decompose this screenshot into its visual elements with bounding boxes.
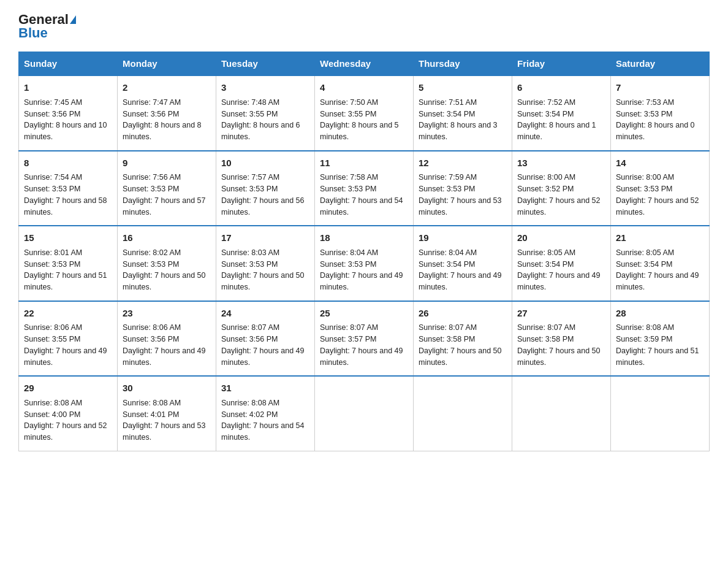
- header-wednesday: Wednesday: [315, 52, 414, 76]
- week-row-4: 22Sunrise: 8:06 AMSunset: 3:55 PMDayligh…: [19, 301, 710, 377]
- daylight-info: Daylight: 7 hours and 52 minutes.: [517, 196, 601, 216]
- daylight-info: Daylight: 7 hours and 52 minutes.: [24, 421, 107, 442]
- day-number: 31: [221, 381, 309, 396]
- calendar-table: SundayMondayTuesdayWednesdayThursdayFrid…: [18, 52, 710, 451]
- logo-text-blue: Blue: [18, 26, 48, 40]
- calendar-cell: [315, 376, 414, 451]
- page-header: General Blue: [18, 12, 710, 40]
- sunrise-info: Sunrise: 7:51 AM: [419, 98, 477, 107]
- day-number: 15: [24, 231, 112, 245]
- day-number: 22: [24, 307, 112, 321]
- day-number: 29: [24, 381, 112, 396]
- daylight-info: Daylight: 8 hours and 5 minutes.: [320, 121, 399, 141]
- daylight-info: Daylight: 7 hours and 49 minutes.: [221, 347, 305, 367]
- daylight-info: Daylight: 7 hours and 49 minutes.: [419, 271, 502, 291]
- calendar-cell: 5Sunrise: 7:51 AMSunset: 3:54 PMDaylight…: [414, 75, 512, 151]
- sunrise-info: Sunrise: 8:06 AM: [24, 323, 82, 332]
- sunset-info: Sunset: 3:56 PM: [123, 335, 179, 343]
- calendar-cell: 21Sunrise: 8:05 AMSunset: 3:54 PMDayligh…: [611, 226, 710, 301]
- calendar-cell: 31Sunrise: 8:08 AMSunset: 4:02 PMDayligh…: [216, 376, 315, 451]
- sunset-info: Sunset: 3:56 PM: [24, 110, 80, 118]
- header-friday: Friday: [512, 52, 611, 76]
- sunset-info: Sunset: 3:53 PM: [221, 185, 278, 193]
- day-number: 3: [221, 81, 309, 95]
- daylight-info: Daylight: 7 hours and 53 minutes.: [419, 196, 502, 216]
- sunrise-info: Sunrise: 8:07 AM: [419, 323, 477, 332]
- sunset-info: Sunset: 3:53 PM: [419, 185, 475, 193]
- daylight-info: Daylight: 8 hours and 1 minute.: [517, 121, 596, 141]
- day-number: 26: [419, 307, 507, 321]
- day-number: 9: [123, 156, 211, 170]
- day-number: 27: [517, 307, 605, 321]
- daylight-info: Daylight: 7 hours and 49 minutes.: [517, 271, 601, 291]
- sunset-info: Sunset: 3:55 PM: [24, 335, 80, 343]
- calendar-cell: [512, 376, 611, 451]
- sunset-info: Sunset: 3:53 PM: [616, 185, 672, 193]
- daylight-info: Daylight: 7 hours and 50 minutes.: [123, 271, 206, 291]
- sunrise-info: Sunrise: 7:52 AM: [517, 98, 575, 107]
- calendar-cell: 15Sunrise: 8:01 AMSunset: 3:53 PMDayligh…: [19, 226, 118, 301]
- sunset-info: Sunset: 3:58 PM: [419, 335, 475, 343]
- sunset-info: Sunset: 3:53 PM: [221, 260, 278, 269]
- header-saturday: Saturday: [611, 52, 710, 76]
- sunset-info: Sunset: 3:53 PM: [616, 110, 672, 118]
- calendar-cell: 19Sunrise: 8:04 AMSunset: 3:54 PMDayligh…: [414, 226, 512, 301]
- daylight-info: Daylight: 7 hours and 56 minutes.: [221, 196, 305, 216]
- logo: General Blue: [18, 12, 76, 40]
- daylight-info: Daylight: 7 hours and 58 minutes.: [24, 196, 107, 216]
- calendar-cell: 18Sunrise: 8:04 AMSunset: 3:53 PMDayligh…: [315, 226, 414, 301]
- week-row-1: 1Sunrise: 7:45 AMSunset: 3:56 PMDaylight…: [19, 75, 710, 151]
- day-number: 8: [24, 156, 112, 170]
- daylight-info: Daylight: 8 hours and 0 minutes.: [616, 121, 695, 141]
- day-number: 5: [419, 81, 507, 95]
- day-number: 2: [123, 81, 211, 95]
- calendar-cell: 24Sunrise: 8:07 AMSunset: 3:56 PMDayligh…: [216, 301, 315, 377]
- day-number: 19: [419, 231, 507, 245]
- day-number: 25: [320, 307, 408, 321]
- daylight-info: Daylight: 7 hours and 57 minutes.: [123, 196, 206, 216]
- sunset-info: Sunset: 3:53 PM: [123, 185, 179, 193]
- sunset-info: Sunset: 3:59 PM: [616, 335, 672, 343]
- day-number: 11: [320, 156, 408, 170]
- sunset-info: Sunset: 3:58 PM: [517, 335, 574, 343]
- sunset-info: Sunset: 4:00 PM: [24, 410, 80, 419]
- sunset-info: Sunset: 3:54 PM: [419, 260, 475, 269]
- calendar-cell: 25Sunrise: 8:07 AMSunset: 3:57 PMDayligh…: [315, 301, 414, 377]
- sunrise-info: Sunrise: 7:53 AM: [616, 98, 674, 107]
- sunrise-info: Sunrise: 7:47 AM: [123, 98, 181, 107]
- calendar-cell: 30Sunrise: 8:08 AMSunset: 4:01 PMDayligh…: [118, 376, 216, 451]
- header-tuesday: Tuesday: [216, 52, 315, 76]
- week-row-5: 29Sunrise: 8:08 AMSunset: 4:00 PMDayligh…: [19, 376, 710, 451]
- calendar-cell: 3Sunrise: 7:48 AMSunset: 3:55 PMDaylight…: [216, 75, 315, 151]
- calendar-cell: 12Sunrise: 7:59 AMSunset: 3:53 PMDayligh…: [414, 151, 512, 226]
- calendar-cell: 17Sunrise: 8:03 AMSunset: 3:53 PMDayligh…: [216, 226, 315, 301]
- calendar-cell: 9Sunrise: 7:56 AMSunset: 3:53 PMDaylight…: [118, 151, 216, 226]
- daylight-info: Daylight: 7 hours and 50 minutes.: [221, 271, 305, 291]
- sunset-info: Sunset: 3:54 PM: [419, 110, 475, 118]
- sunset-info: Sunset: 4:02 PM: [221, 410, 278, 419]
- sunrise-info: Sunrise: 8:07 AM: [320, 323, 378, 332]
- sunset-info: Sunset: 3:57 PM: [320, 335, 376, 343]
- sunset-info: Sunset: 3:53 PM: [24, 185, 80, 193]
- calendar-cell: 7Sunrise: 7:53 AMSunset: 3:53 PMDaylight…: [611, 75, 710, 151]
- header-monday: Monday: [118, 52, 216, 76]
- sunrise-info: Sunrise: 8:02 AM: [123, 248, 181, 257]
- calendar-cell: 16Sunrise: 8:02 AMSunset: 3:53 PMDayligh…: [118, 226, 216, 301]
- daylight-info: Daylight: 7 hours and 52 minutes.: [616, 196, 699, 216]
- sunrise-info: Sunrise: 8:05 AM: [517, 248, 575, 257]
- calendar-cell: 27Sunrise: 8:07 AMSunset: 3:58 PMDayligh…: [512, 301, 611, 377]
- sunrise-info: Sunrise: 8:07 AM: [221, 323, 279, 332]
- daylight-info: Daylight: 7 hours and 50 minutes.: [517, 347, 601, 367]
- daylight-info: Daylight: 7 hours and 53 minutes.: [123, 421, 206, 442]
- calendar-cell: 23Sunrise: 8:06 AMSunset: 3:56 PMDayligh…: [118, 301, 216, 377]
- day-number: 16: [123, 231, 211, 245]
- day-number: 24: [221, 307, 309, 321]
- calendar-cell: 28Sunrise: 8:08 AMSunset: 3:59 PMDayligh…: [611, 301, 710, 377]
- calendar-cell: 2Sunrise: 7:47 AMSunset: 3:56 PMDaylight…: [118, 75, 216, 151]
- daylight-info: Daylight: 7 hours and 49 minutes.: [24, 347, 107, 367]
- calendar-cell: 20Sunrise: 8:05 AMSunset: 3:54 PMDayligh…: [512, 226, 611, 301]
- calendar-cell: 13Sunrise: 8:00 AMSunset: 3:52 PMDayligh…: [512, 151, 611, 226]
- daylight-info: Daylight: 7 hours and 49 minutes.: [320, 347, 403, 367]
- sunset-info: Sunset: 3:52 PM: [517, 185, 574, 193]
- sunrise-info: Sunrise: 8:05 AM: [616, 248, 674, 257]
